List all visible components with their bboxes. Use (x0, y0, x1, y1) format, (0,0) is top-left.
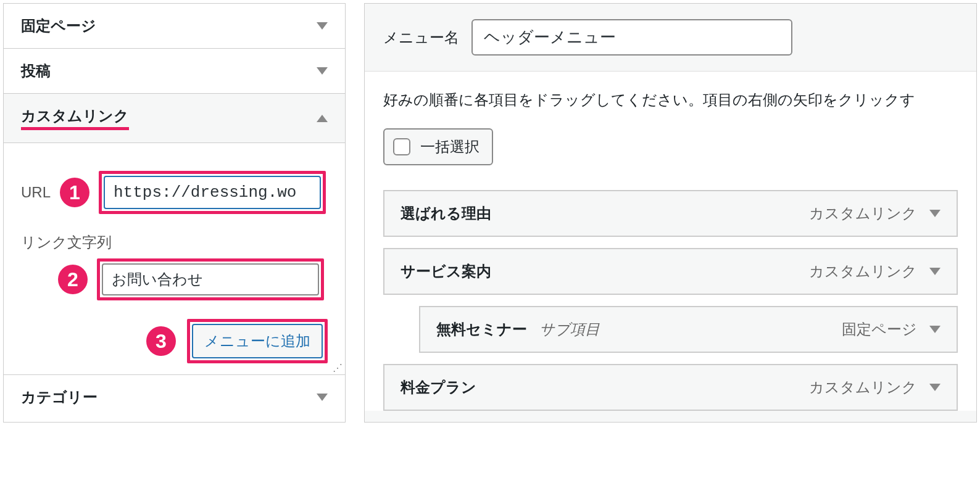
select-all-box[interactable]: 一括選択 (383, 128, 493, 165)
url-input[interactable] (104, 176, 321, 209)
menu-name-input[interactable] (471, 19, 792, 56)
link-text-label: リンク文字列 (21, 233, 328, 252)
instruction-text: 好みの順番に各項目をドラッグしてください。項目の右側の矢印をクリックす (383, 90, 958, 110)
sidebar-panel: 固定ページ 投稿 カスタムリンク URL 1 リンク文字列 2 3 (3, 3, 346, 423)
menu-item-title: サービス案内 (401, 262, 491, 281)
menu-item-title: 選ばれる理由 (401, 204, 491, 223)
accordion-custom-links-label: カスタムリンク (21, 106, 129, 130)
menu-item[interactable]: 選ばれる理由カスタムリンク (383, 190, 958, 237)
menu-item[interactable]: 無料セミナーサブ項目固定ページ (419, 306, 958, 353)
link-text-input[interactable] (102, 263, 319, 295)
badge-3: 3 (146, 326, 176, 356)
chevron-down-icon (317, 394, 328, 401)
add-to-menu-button[interactable]: メニューに追加 (192, 324, 323, 358)
accordion-pages[interactable]: 固定ページ (4, 4, 345, 49)
menu-item-type: カスタムリンク (809, 204, 917, 223)
menu-name-row: メニュー名 (365, 4, 976, 72)
select-all-checkbox[interactable] (393, 138, 410, 155)
menu-item-type: カスタムリンク (809, 378, 917, 397)
chevron-down-icon (317, 22, 328, 30)
badge-1: 1 (60, 178, 89, 207)
menu-editor-panel: メニュー名 好みの順番に各項目をドラッグしてください。項目の右側の矢印をクリック… (364, 3, 977, 423)
menu-item-title: 料金プラン (401, 378, 476, 397)
menu-item[interactable]: サービス案内カスタムリンク (383, 248, 958, 295)
chevron-down-icon[interactable] (929, 384, 941, 391)
chevron-down-icon[interactable] (929, 268, 941, 275)
chevron-down-icon (317, 67, 328, 75)
menu-item-type: カスタムリンク (809, 262, 917, 281)
menu-item[interactable]: 料金プランカスタムリンク (383, 364, 958, 411)
accordion-pages-label: 固定ページ (21, 16, 96, 36)
badge-2: 2 (58, 265, 88, 294)
chevron-down-icon[interactable] (929, 210, 941, 217)
menu-item-title: 無料セミナー (436, 320, 527, 339)
resize-handle-icon[interactable]: ⋰ (333, 362, 343, 372)
accordion-posts[interactable]: 投稿 (4, 49, 345, 94)
accordion-posts-label: 投稿 (21, 61, 51, 81)
chevron-down-icon[interactable] (929, 326, 941, 333)
highlight-url (99, 171, 326, 214)
accordion-categories[interactable]: カテゴリー (4, 375, 345, 419)
custom-links-content: URL 1 リンク文字列 2 3 メニューに追加 ⋰ (4, 143, 345, 375)
accordion-custom-links[interactable]: カスタムリンク (4, 94, 345, 143)
accordion-categories-label: カテゴリー (21, 387, 98, 407)
menu-item-type: 固定ページ (842, 320, 917, 339)
highlight-add-button: メニューに追加 (187, 319, 328, 363)
menu-structure-area: 好みの順番に各項目をドラッグしてください。項目の右側の矢印をクリックす 一括選択… (365, 72, 976, 411)
select-all-label: 一括選択 (420, 137, 480, 157)
menu-item-sub-label: サブ項目 (539, 320, 600, 339)
url-label: URL (21, 184, 51, 201)
chevron-up-icon (317, 115, 328, 122)
highlight-link-text (97, 258, 324, 300)
menu-name-label: メニュー名 (383, 28, 459, 47)
